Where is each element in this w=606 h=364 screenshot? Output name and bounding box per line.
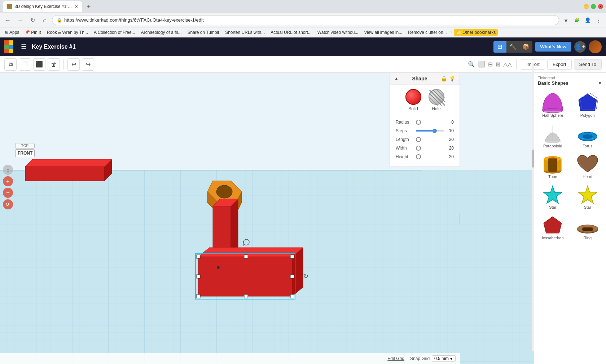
forward-button[interactable]: → [15,15,25,25]
bookmark-shorten[interactable]: Shorten URLs with... [223,29,267,36]
library-dropdown-icon[interactable]: ▼ [597,80,602,86]
length-label: Length [396,137,416,142]
hammer-view-button[interactable]: 🔨 [506,41,519,53]
bookmark-other[interactable]: 📁 Other bookmarks [454,29,498,36]
hole-shape-option[interactable]: Hole [429,89,444,111]
shape-item-torus[interactable]: Torus [571,121,605,151]
bookmark-watch[interactable]: Watch video withou... [315,29,361,36]
bookmark-collection[interactable]: A Collection of Free... [92,29,137,36]
send-to-button[interactable]: Send To [574,59,602,70]
home-view-button[interactable]: ⌂ [3,165,13,175]
delete-button[interactable]: 🗑 [48,58,60,71]
zoom-out-button[interactable]: − [3,188,13,198]
panel-collapse-icon[interactable]: ▲ [394,76,399,81]
shape-item-half-sphere[interactable]: Half Sphere [536,90,570,120]
snap-grid-value: 0.5 mm [434,356,449,361]
shapes-grid: Half Sphere Polygon [534,89,606,244]
panel-resize-handle[interactable] [458,73,460,364]
shape-item-tube[interactable]: Tube [536,152,570,182]
whats-new-button[interactable]: What's New [535,42,571,52]
shape-item-star-yellow[interactable]: Star [571,182,605,212]
user-avatar[interactable] [589,40,602,53]
duplicate-button[interactable]: ❐ [19,58,31,71]
svg-point-43 [583,134,593,139]
bookmark-tumblr[interactable]: Share on Tumblr [185,29,221,36]
grid-view-button[interactable]: ⊞ [493,41,506,53]
align-icon[interactable]: ⊟ [488,61,493,68]
steps-slider[interactable] [416,129,444,133]
close-window-button[interactable]: × [598,4,603,9]
undo-button[interactable]: ↩ [67,58,80,71]
shape-item-star-cyan[interactable]: Star [536,182,570,212]
address-bar[interactable]: 🔒 https://www.tinkerkad.com/things/6tYFA… [52,15,559,25]
length-control[interactable] [416,137,421,142]
svg-rect-24 [244,294,248,298]
bookmark-remove-clutter[interactable]: Remove clutter on... [406,29,449,36]
svg-line-32 [433,90,445,102]
svg-rect-26 [290,275,294,278]
viewport[interactable]: ↑ ↻ TOP FRONT ⌂ + − ⟳ [0,73,534,364]
home-button[interactable]: ⌂ [40,15,50,25]
width-label: Width [396,146,416,151]
bookmark-apps[interactable]: ⊞ Apps [3,29,21,36]
snap-grid-value-selector[interactable]: 0.5 mm ▼ [432,355,456,362]
steps-label: Steps [396,128,416,133]
box-select-icon[interactable]: ⬜ [478,61,485,68]
view-toggle-group: ⊞ 🔨 📦 What's New 👤+ [493,40,602,53]
ring-label: Ring [583,236,592,240]
star-cyan-label: Star [549,205,556,209]
lock-icon[interactable]: 🔒 [441,76,447,81]
bookmark-other-label: Other bookmarks [462,30,496,35]
bookmark-pinit[interactable]: 📌 Pin It [23,29,43,36]
solid-shape-option[interactable]: Solid [405,89,421,111]
bookmark-archaeology[interactable]: Archaeology of a fir... [139,29,184,36]
document-title[interactable]: Key Exercise #1 [32,44,490,50]
mirror-icon[interactable]: △△ [503,61,512,68]
minimize-button[interactable]: — [584,4,589,9]
group-button[interactable]: ⬛ [33,58,45,71]
active-tab[interactable]: 3D design Key Exercise #1 | Tink... × [3,1,82,12]
length-row: Length 20 [396,137,454,142]
shapes-library-panel: Tinkercad Basic Shapes ▼ [534,73,606,364]
bookmark-star-button[interactable]: ★ [561,15,571,25]
light-bulb-icon[interactable]: 💡 [449,76,455,81]
menu-button[interactable]: ⋮ [594,15,603,25]
maximize-button[interactable] [591,4,596,9]
tinkercad-logo[interactable] [4,40,17,53]
logo-cell-r [9,49,13,53]
copy-button[interactable]: ⧉ [4,58,17,71]
orbit-button[interactable]: ⟳ [3,199,13,209]
new-tab-button[interactable]: + [84,1,94,12]
shape-item-polygon[interactable]: Polygon [571,90,605,120]
zoom-in-button[interactable]: + [3,176,13,186]
shape-item-icosahedron[interactable]: Icosahedron [536,213,570,243]
document-icon[interactable]: ☰ [21,43,27,51]
shape-item-ring[interactable]: Ring [571,213,605,243]
back-button[interactable]: ← [3,15,13,25]
bookmark-view-images[interactable]: View all images in... [362,29,404,36]
bookmark-watch-label: Watch video withou... [317,30,359,35]
height-value: 20 [449,154,454,159]
add-user-button[interactable]: 👤+ [574,41,586,53]
tab-close-button[interactable]: × [75,4,78,9]
box-view-button[interactable]: 📦 [519,41,532,53]
extensions-button[interactable]: 🧩 [572,15,581,25]
export-button[interactable]: Export [547,59,572,70]
height-control[interactable] [416,154,421,159]
width-control[interactable] [416,146,421,151]
shape-item-heart[interactable]: Heart [571,152,605,182]
search-icon[interactable]: 🔍 [468,61,475,68]
svg-point-63 [582,228,593,231]
shape-panel-title: Shape [412,76,427,81]
profile-button[interactable]: 👤 [583,15,592,25]
bookmark-rook[interactable]: Rook & Wren by Th... [45,29,90,36]
edit-grid-label[interactable]: Edit Grid [387,356,404,361]
reload-button[interactable]: ↻ [27,15,38,25]
shape-item-paraboloid[interactable]: Paraboloid [536,121,570,151]
star-yellow-preview [577,185,598,205]
flip-icon[interactable]: ⊠ [496,61,500,68]
redo-button[interactable]: ↪ [82,58,94,71]
bookmark-actual-url[interactable]: Actual URL of short... [268,29,314,36]
radius-control[interactable] [416,120,421,125]
bookmark-archaeology-label: Archaeology of a fir... [141,30,182,35]
